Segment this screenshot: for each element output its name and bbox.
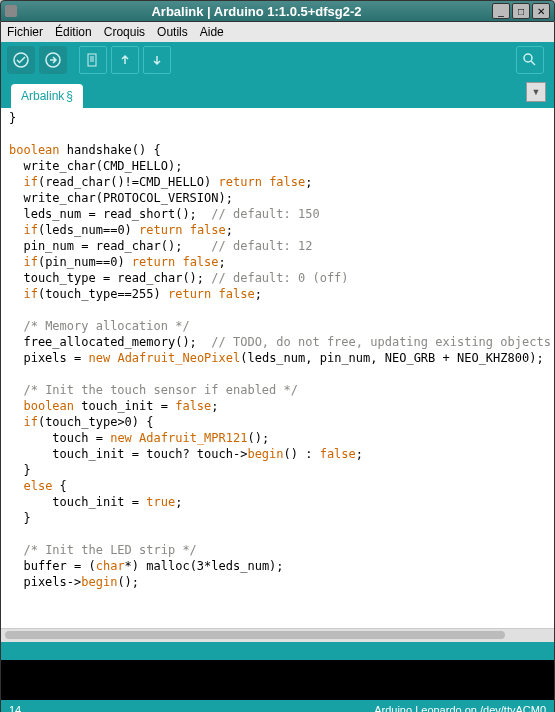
- arrow-down-icon: [150, 53, 164, 67]
- arrow-right-icon: [45, 52, 61, 68]
- window-title: Arbalink | Arduino 1:1.0.5+dfsg2-2: [23, 4, 490, 19]
- arrow-up-icon: [118, 53, 132, 67]
- scrollbar-thumb[interactable]: [5, 631, 505, 639]
- console-output[interactable]: [0, 660, 555, 700]
- minimize-button[interactable]: _: [492, 3, 510, 19]
- footer-bar: 14 Arduino Leonardo on /dev/ttyACM0: [0, 700, 555, 712]
- tab-bar: Arbalink § ▼: [0, 78, 555, 108]
- tab-label: Arbalink: [21, 89, 64, 103]
- menu-tools[interactable]: Outils: [157, 25, 188, 39]
- save-button[interactable]: [143, 46, 171, 74]
- tab-arbalink[interactable]: Arbalink §: [11, 84, 83, 108]
- tab-modified-indicator: §: [66, 89, 73, 103]
- app-icon: [5, 5, 17, 17]
- line-number: 14: [9, 704, 374, 713]
- window-titlebar: Arbalink | Arduino 1:1.0.5+dfsg2-2 _ □ ✕: [0, 0, 555, 22]
- magnifier-icon: [522, 52, 538, 68]
- new-button[interactable]: [79, 46, 107, 74]
- maximize-button[interactable]: □: [512, 3, 530, 19]
- svg-rect-2: [88, 54, 96, 66]
- menu-bar: Fichier Édition Croquis Outils Aide: [0, 22, 555, 42]
- horizontal-scrollbar[interactable]: [1, 628, 554, 642]
- menu-file[interactable]: Fichier: [7, 25, 43, 39]
- chevron-down-icon: ▼: [532, 87, 541, 97]
- serial-monitor-button[interactable]: [516, 46, 544, 74]
- board-info: Arduino Leonardo on /dev/ttyACM0: [374, 704, 546, 713]
- editor-area: } boolean handshake() { write_char(CMD_H…: [0, 108, 555, 642]
- verify-button[interactable]: [7, 46, 35, 74]
- file-icon: [86, 53, 100, 67]
- code-editor[interactable]: } boolean handshake() { write_char(CMD_H…: [1, 108, 554, 628]
- tab-menu-button[interactable]: ▼: [526, 82, 546, 102]
- open-button[interactable]: [111, 46, 139, 74]
- menu-edit[interactable]: Édition: [55, 25, 92, 39]
- close-button[interactable]: ✕: [532, 3, 550, 19]
- status-strip: [0, 642, 555, 660]
- menu-sketch[interactable]: Croquis: [104, 25, 145, 39]
- toolbar: [0, 42, 555, 78]
- check-icon: [13, 52, 29, 68]
- svg-point-3: [524, 54, 532, 62]
- upload-button[interactable]: [39, 46, 67, 74]
- menu-help[interactable]: Aide: [200, 25, 224, 39]
